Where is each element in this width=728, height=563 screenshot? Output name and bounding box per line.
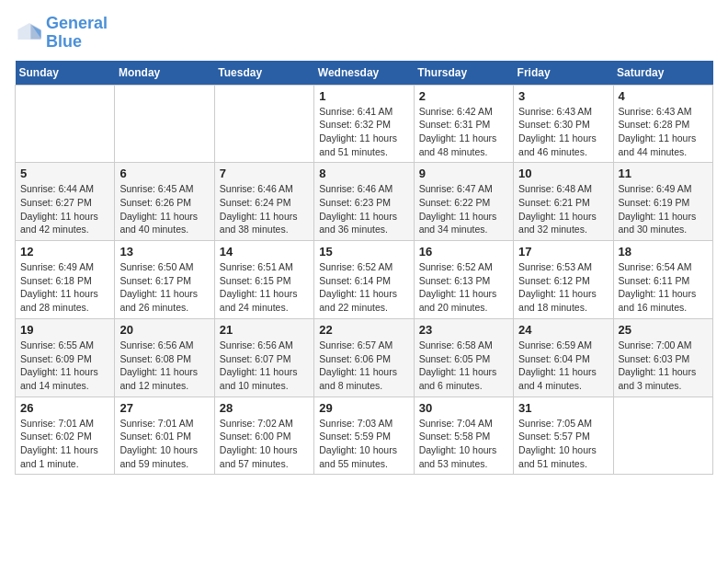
day-number: 7	[220, 167, 309, 180]
day-number: 23	[419, 323, 508, 337]
day-number: 2	[419, 89, 508, 103]
calendar-cell: 25Sunrise: 7:00 AM Sunset: 6:03 PM Dayli…	[613, 318, 712, 396]
header-sunday: Sunday	[16, 61, 115, 86]
day-number: 16	[419, 245, 508, 259]
calendar-cell: 16Sunrise: 6:52 AM Sunset: 6:13 PM Dayli…	[414, 241, 513, 319]
day-info: Sunrise: 6:52 AM Sunset: 6:13 PM Dayligh…	[419, 260, 508, 315]
header-wednesday: Wednesday	[314, 61, 414, 86]
calendar-week-row: 26Sunrise: 7:01 AM Sunset: 6:02 PM Dayli…	[16, 396, 713, 475]
day-info: Sunrise: 7:05 AM Sunset: 5:57 PM Dayligh…	[518, 417, 608, 471]
day-number: 4	[619, 89, 708, 103]
day-number: 15	[319, 245, 408, 259]
day-info: Sunrise: 6:46 AM Sunset: 6:23 PM Dayligh…	[319, 182, 408, 236]
day-number: 3	[518, 89, 608, 103]
calendar-cell: 12Sunrise: 6:49 AM Sunset: 6:18 PM Dayli…	[16, 241, 115, 319]
calendar-cell: 17Sunrise: 6:53 AM Sunset: 6:12 PM Dayli…	[514, 241, 613, 319]
header-friday: Friday	[514, 61, 613, 86]
day-number: 28	[220, 401, 309, 415]
logo-icon	[17, 18, 42, 44]
calendar-cell	[16, 85, 115, 163]
day-number: 21	[220, 323, 309, 337]
calendar-week-row: 1Sunrise: 6:41 AM Sunset: 6:32 PM Daylig…	[16, 85, 713, 163]
day-number: 25	[619, 323, 708, 337]
calendar-cell: 10Sunrise: 6:48 AM Sunset: 6:21 PM Dayli…	[514, 163, 613, 241]
calendar-cell: 18Sunrise: 6:54 AM Sunset: 6:11 PM Dayli…	[613, 241, 712, 319]
day-number: 29	[319, 401, 408, 415]
day-number: 12	[20, 245, 109, 259]
day-info: Sunrise: 6:59 AM Sunset: 6:04 PM Dayligh…	[518, 339, 608, 393]
header-tuesday: Tuesday	[214, 61, 313, 86]
calendar-cell: 8Sunrise: 6:46 AM Sunset: 6:23 PM Daylig…	[314, 163, 414, 241]
calendar-week-row: 5Sunrise: 6:44 AM Sunset: 6:27 PM Daylig…	[16, 163, 713, 241]
day-number: 24	[518, 323, 608, 337]
calendar-cell: 6Sunrise: 6:45 AM Sunset: 6:26 PM Daylig…	[115, 163, 214, 241]
calendar-cell: 9Sunrise: 6:47 AM Sunset: 6:22 PM Daylig…	[414, 163, 513, 241]
day-info: Sunrise: 6:43 AM Sunset: 6:30 PM Dayligh…	[518, 105, 608, 159]
day-info: Sunrise: 6:58 AM Sunset: 6:05 PM Dayligh…	[419, 339, 508, 393]
day-number: 10	[518, 167, 608, 180]
calendar-cell: 7Sunrise: 6:46 AM Sunset: 6:24 PM Daylig…	[214, 163, 313, 241]
calendar-cell	[613, 396, 712, 475]
day-info: Sunrise: 7:01 AM Sunset: 6:02 PM Dayligh…	[20, 417, 109, 471]
calendar-cell: 26Sunrise: 7:01 AM Sunset: 6:02 PM Dayli…	[16, 396, 115, 475]
calendar-week-row: 19Sunrise: 6:55 AM Sunset: 6:09 PM Dayli…	[16, 318, 713, 396]
calendar-cell: 23Sunrise: 6:58 AM Sunset: 6:05 PM Dayli…	[414, 318, 513, 396]
day-number: 19	[20, 323, 109, 337]
calendar-cell: 24Sunrise: 6:59 AM Sunset: 6:04 PM Dayli…	[514, 318, 613, 396]
day-info: Sunrise: 6:57 AM Sunset: 6:06 PM Dayligh…	[319, 339, 408, 393]
day-number: 11	[619, 167, 708, 180]
calendar-cell: 19Sunrise: 6:55 AM Sunset: 6:09 PM Dayli…	[16, 318, 115, 396]
day-number: 18	[619, 245, 708, 259]
day-info: Sunrise: 6:45 AM Sunset: 6:26 PM Dayligh…	[119, 182, 209, 236]
day-info: Sunrise: 6:52 AM Sunset: 6:14 PM Dayligh…	[319, 260, 408, 315]
day-info: Sunrise: 6:46 AM Sunset: 6:24 PM Dayligh…	[220, 182, 309, 236]
calendar-cell: 20Sunrise: 6:56 AM Sunset: 6:08 PM Dayli…	[115, 318, 214, 396]
day-info: Sunrise: 6:51 AM Sunset: 6:15 PM Dayligh…	[220, 260, 309, 315]
day-info: Sunrise: 6:56 AM Sunset: 6:07 PM Dayligh…	[220, 339, 309, 393]
calendar-cell: 15Sunrise: 6:52 AM Sunset: 6:14 PM Dayli…	[314, 241, 414, 319]
day-number: 22	[319, 323, 408, 337]
day-number: 1	[319, 89, 408, 103]
calendar-cell: 5Sunrise: 6:44 AM Sunset: 6:27 PM Daylig…	[16, 163, 115, 241]
day-info: Sunrise: 6:43 AM Sunset: 6:28 PM Dayligh…	[619, 105, 708, 159]
day-info: Sunrise: 6:48 AM Sunset: 6:21 PM Dayligh…	[518, 182, 608, 236]
logo-text: GeneralBlue	[46, 15, 108, 52]
calendar-cell: 30Sunrise: 7:04 AM Sunset: 5:58 PM Dayli…	[414, 396, 513, 475]
day-number: 6	[119, 167, 209, 180]
day-number: 20	[119, 323, 209, 337]
day-info: Sunrise: 6:50 AM Sunset: 6:17 PM Dayligh…	[119, 260, 209, 315]
calendar-table: SundayMondayTuesdayWednesdayThursdayFrid…	[15, 61, 713, 476]
day-info: Sunrise: 6:49 AM Sunset: 6:19 PM Dayligh…	[619, 182, 708, 236]
page-header: GeneralBlue	[15, 15, 713, 52]
calendar-cell: 29Sunrise: 7:03 AM Sunset: 5:59 PM Dayli…	[314, 396, 414, 475]
calendar-cell: 27Sunrise: 7:01 AM Sunset: 6:01 PM Dayli…	[115, 396, 214, 475]
day-info: Sunrise: 6:56 AM Sunset: 6:08 PM Dayligh…	[119, 339, 209, 393]
calendar-cell	[214, 85, 313, 163]
header-thursday: Thursday	[414, 61, 513, 86]
calendar-header-row: SundayMondayTuesdayWednesdayThursdayFrid…	[16, 61, 713, 86]
calendar-cell: 13Sunrise: 6:50 AM Sunset: 6:17 PM Dayli…	[115, 241, 214, 319]
day-info: Sunrise: 6:53 AM Sunset: 6:12 PM Dayligh…	[518, 260, 608, 315]
day-number: 14	[220, 245, 309, 259]
day-info: Sunrise: 6:44 AM Sunset: 6:27 PM Dayligh…	[20, 182, 109, 236]
day-number: 13	[119, 245, 209, 259]
calendar-week-row: 12Sunrise: 6:49 AM Sunset: 6:18 PM Dayli…	[16, 241, 713, 319]
day-number: 17	[518, 245, 608, 259]
day-number: 9	[419, 167, 508, 180]
day-info: Sunrise: 7:01 AM Sunset: 6:01 PM Dayligh…	[119, 417, 209, 471]
day-info: Sunrise: 7:02 AM Sunset: 6:00 PM Dayligh…	[220, 417, 309, 471]
logo: GeneralBlue	[15, 15, 108, 52]
calendar-cell: 22Sunrise: 6:57 AM Sunset: 6:06 PM Dayli…	[314, 318, 414, 396]
day-number: 5	[20, 167, 109, 180]
day-info: Sunrise: 7:04 AM Sunset: 5:58 PM Dayligh…	[419, 417, 508, 471]
calendar-cell: 4Sunrise: 6:43 AM Sunset: 6:28 PM Daylig…	[613, 85, 712, 163]
calendar-cell: 14Sunrise: 6:51 AM Sunset: 6:15 PM Dayli…	[214, 241, 313, 319]
day-info: Sunrise: 6:49 AM Sunset: 6:18 PM Dayligh…	[20, 260, 109, 315]
day-number: 27	[119, 401, 209, 415]
calendar-cell: 2Sunrise: 6:42 AM Sunset: 6:31 PM Daylig…	[414, 85, 513, 163]
calendar-cell	[115, 85, 214, 163]
day-info: Sunrise: 7:00 AM Sunset: 6:03 PM Dayligh…	[619, 339, 708, 393]
day-number: 31	[518, 401, 608, 415]
calendar-cell: 1Sunrise: 6:41 AM Sunset: 6:32 PM Daylig…	[314, 85, 414, 163]
calendar-cell: 21Sunrise: 6:56 AM Sunset: 6:07 PM Dayli…	[214, 318, 313, 396]
